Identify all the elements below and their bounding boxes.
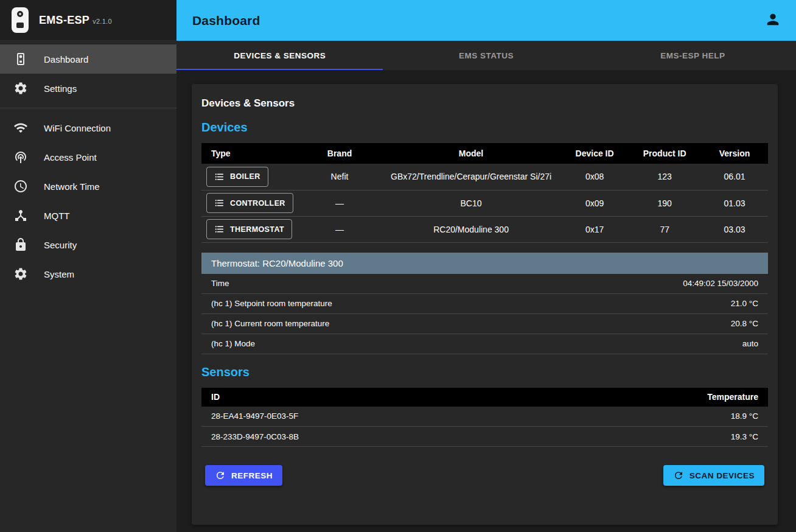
- boiler-button[interactable]: BOILER: [206, 167, 268, 187]
- tabbar: DEVICES & SENSORS EMS STATUS EMS-ESP HEL…: [176, 41, 796, 70]
- col-product-id: Product ID: [628, 143, 701, 164]
- appbar: Dashboard: [176, 0, 796, 41]
- refresh-button[interactable]: REFRESH: [205, 465, 282, 486]
- lock-icon: [13, 237, 28, 252]
- detail-label: (hc 1) Setpoint room temperature: [211, 299, 332, 308]
- device-model: BC10: [381, 190, 561, 216]
- device-type-label: CONTROLLER: [230, 199, 285, 208]
- list-icon: [214, 198, 225, 208]
- detail-value: 20.8 °C: [731, 319, 758, 328]
- device-id: 0x09: [561, 190, 628, 216]
- sidebar-item-label: Network Time: [44, 181, 100, 192]
- detail-row: (hc 1) Current room temperature 20.8 °C: [201, 314, 768, 334]
- refresh-button-label: REFRESH: [231, 471, 273, 480]
- device-model: GBx72/Trendline/Cerapur/Greenstar Si/27i: [381, 164, 561, 190]
- app-name: EMS-ESP: [39, 14, 89, 26]
- sensor-id: 28-EA41-9497-0E03-5F: [201, 407, 543, 427]
- device-row-controller: CONTROLLER — BC10 0x09 190 01.03: [201, 190, 768, 216]
- tab-ems-esp-help[interactable]: EMS-ESP HELP: [590, 41, 796, 70]
- app-version: v2.1.0: [93, 18, 112, 25]
- device-type-label: THERMOSTAT: [230, 225, 284, 234]
- sidebar-item-settings[interactable]: Settings: [0, 74, 176, 103]
- tab-ems-status[interactable]: EMS STATUS: [383, 41, 589, 70]
- detail-label: Time: [211, 279, 229, 288]
- sidebar-item-system[interactable]: System: [0, 259, 176, 289]
- detail-value: 04:49:02 15/03/2000: [683, 279, 758, 288]
- device-row-boiler: BOILER Nefit GBx72/Trendline/Cerapur/Gre…: [201, 164, 768, 190]
- wifi-tethering-icon: [13, 150, 28, 164]
- sensors-heading: Sensors: [201, 365, 768, 379]
- detail-row: Time 04:49:02 15/03/2000: [201, 274, 768, 294]
- thermostat-detail-header: Thermostat: RC20/Moduline 300: [201, 253, 768, 274]
- col-temperature: Temperature: [543, 388, 768, 407]
- tab-devices-sensors[interactable]: DEVICES & SENSORS: [176, 41, 383, 70]
- ems-esp-logo-icon: [11, 6, 30, 34]
- clock-icon: [13, 179, 28, 194]
- thermostat-button[interactable]: THERMOSTAT: [206, 219, 292, 239]
- sensor-temperature: 18.9 °C: [543, 407, 768, 427]
- device-model: RC20/Moduline 300: [381, 216, 561, 242]
- thermostat-detail-rows: Time 04:49:02 15/03/2000 (hc 1) Setpoint…: [201, 274, 768, 354]
- sidebar-divider: [0, 108, 176, 108]
- col-device-id: Device ID: [561, 143, 628, 164]
- sensors-table: ID Temperature 28-EA41-9497-0E03-5F 18.9…: [201, 388, 768, 447]
- person-icon: [764, 11, 781, 30]
- col-type: Type: [201, 143, 298, 164]
- scan-devices-button[interactable]: SCAN DEVICES: [663, 465, 764, 486]
- devices-heading: Devices: [201, 121, 768, 135]
- devices-sensors-card: Devices & Sensors Devices Type Brand Mod…: [192, 84, 778, 525]
- device-hub-icon: [13, 208, 28, 223]
- sidebar-item-label: Security: [44, 240, 77, 250]
- device-id: 0x17: [561, 216, 628, 242]
- sidebar-item-label: Access Point: [44, 152, 97, 163]
- device-brand: Nefit: [298, 164, 381, 190]
- refresh-icon: [215, 470, 226, 481]
- sidebar-item-wifi-connection[interactable]: WiFi Connection: [0, 113, 176, 142]
- col-model: Model: [381, 143, 561, 164]
- device-icon: [13, 52, 28, 66]
- list-icon: [214, 172, 225, 182]
- sidebar-item-label: WiFi Connection: [44, 123, 111, 133]
- device-id: 0x08: [561, 164, 628, 190]
- detail-value: auto: [742, 339, 758, 348]
- sensors-table-header: ID Temperature: [201, 388, 768, 407]
- col-id: ID: [201, 388, 543, 407]
- device-version: 01.03: [701, 190, 768, 216]
- product-id: 123: [628, 164, 701, 190]
- sidebar-item-dashboard[interactable]: Dashboard: [0, 44, 176, 74]
- sidebar-item-security[interactable]: Security: [0, 230, 176, 259]
- device-brand: —: [298, 216, 381, 242]
- device-version: 06.01: [701, 164, 768, 190]
- sensor-row: 28-233D-9497-0C03-8B 19.3 °C: [201, 427, 768, 447]
- content-area: Devices & Sensors Devices Type Brand Mod…: [176, 70, 796, 532]
- list-icon: [214, 224, 225, 234]
- product-id: 190: [628, 190, 701, 216]
- sensor-row: 28-EA41-9497-0E03-5F 18.9 °C: [201, 407, 768, 427]
- sensor-temperature: 19.3 °C: [543, 427, 768, 447]
- card-actions: REFRESH SCAN DEVICES: [201, 465, 768, 486]
- gear-icon: [13, 81, 28, 96]
- product-id: 77: [628, 216, 701, 242]
- sidebar-item-label: Dashboard: [44, 54, 88, 65]
- sensor-id: 28-233D-9497-0C03-8B: [201, 427, 543, 447]
- devices-table-header: Type Brand Model Device ID Product ID Ve…: [201, 143, 768, 164]
- device-brand: —: [298, 190, 381, 216]
- app-root: EMS-ESPv2.1.0 Dashboard Settings: [0, 0, 796, 532]
- account-button[interactable]: [759, 7, 786, 34]
- sidebar-item-label: MQTT: [44, 211, 70, 221]
- col-brand: Brand: [298, 143, 381, 164]
- detail-row: (hc 1) Mode auto: [201, 334, 768, 354]
- device-type-label: BOILER: [230, 172, 260, 181]
- controller-button[interactable]: CONTROLLER: [206, 193, 293, 213]
- detail-value: 21.0 °C: [731, 299, 758, 308]
- sidebar-header: EMS-ESPv2.1.0: [0, 0, 176, 41]
- sidebar-item-mqtt[interactable]: MQTT: [0, 201, 176, 230]
- refresh-icon: [673, 470, 684, 481]
- main-area: Dashboard DEVICES & SENSORS EMS STATUS E…: [176, 0, 796, 532]
- sidebar-item-access-point[interactable]: Access Point: [0, 142, 176, 172]
- sidebar-item-label: System: [44, 269, 74, 279]
- sidebar-item-network-time[interactable]: Network Time: [0, 172, 176, 201]
- device-version: 03.03: [701, 216, 768, 242]
- sidebar-menu: Dashboard Settings WiFi Connection Acc: [0, 41, 176, 289]
- detail-label: (hc 1) Mode: [211, 339, 255, 348]
